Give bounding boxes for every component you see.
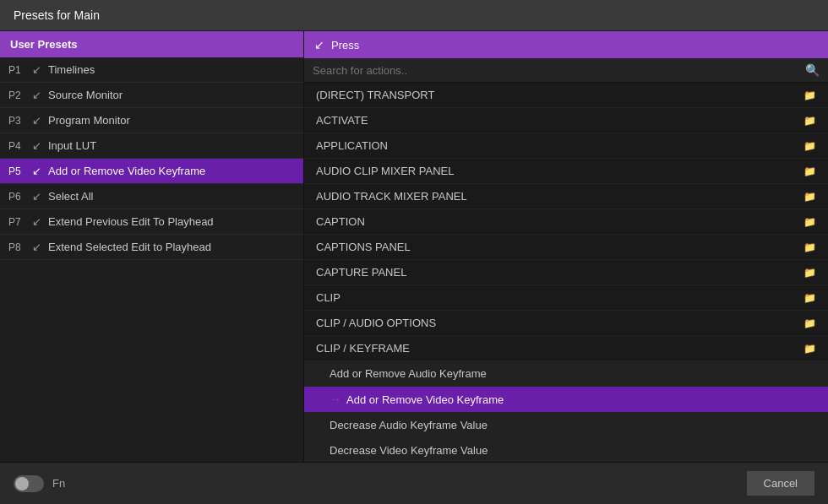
preset-icon: ↙: [32, 165, 41, 177]
action-label: CAPTIONS PANEL: [316, 241, 411, 253]
preset-icon: ↙: [32, 114, 41, 127]
action-label: Add or Remove Audio Keyframe: [330, 367, 487, 380]
folder-icon: 📁: [803, 267, 816, 279]
presets-list: P1 ↙ Timelines P2 ↙ Source Monitor P3 ↙ …: [0, 57, 303, 260]
action-label: Decrease Video Keyframe Value: [330, 444, 488, 457]
preset-label: Input LUT: [48, 139, 96, 152]
preset-row[interactable]: P3 ↙ Program Monitor: [0, 108, 303, 133]
right-panel: ↙ Press 🔍 (DIRECT) TRANSPORT 📁 ACTIVATE …: [304, 31, 828, 462]
preset-key: P1: [8, 64, 32, 76]
folder-icon: 📁: [803, 165, 816, 177]
action-label: CAPTURE PANEL: [316, 266, 406, 279]
preset-label: Add or Remove Video Keyframe: [48, 165, 205, 177]
cancel-button[interactable]: Cancel: [747, 471, 814, 496]
folder-icon: 📁: [803, 317, 816, 329]
folder-icon: 📁: [803, 216, 816, 228]
dialog-body: User Presets P1 ↙ Timelines P2 ↙ Source …: [0, 31, 828, 462]
action-label: CAPTION: [316, 215, 365, 228]
preset-label: Source Monitor: [48, 89, 123, 101]
action-row[interactable]: CAPTIONS PANEL 📁: [304, 235, 828, 260]
preset-icon: ↙: [32, 139, 41, 152]
preset-key: P3: [8, 115, 32, 127]
left-panel-header: User Presets: [0, 31, 303, 57]
preset-label: Select All: [48, 190, 93, 203]
action-label: CLIP / KEYFRAME: [316, 342, 410, 355]
folder-icon: 📁: [803, 292, 816, 304]
action-label: Add or Remove Video Keyframe: [346, 393, 504, 406]
action-row[interactable]: APPLICATION 📁: [304, 133, 828, 159]
search-bar: 🔍: [304, 58, 828, 83]
preset-icon: ↙: [32, 215, 41, 228]
folder-icon: 📁: [803, 89, 816, 101]
action-label: CLIP / AUDIO OPTIONS: [316, 317, 436, 329]
toggle-knob: [15, 477, 29, 490]
action-row[interactable]: Add or Remove Audio Keyframe: [304, 361, 828, 387]
preset-row[interactable]: P4 ↙ Input LUT: [0, 133, 303, 159]
action-row[interactable]: CLIP 📁: [304, 285, 828, 311]
preset-key: P2: [8, 89, 32, 101]
action-row[interactable]: CLIP / AUDIO OPTIONS 📁: [304, 311, 828, 336]
actions-list: (DIRECT) TRANSPORT 📁 ACTIVATE 📁 APPLICAT…: [304, 83, 828, 462]
preset-key: P5: [8, 165, 32, 177]
preset-label: Extend Selected Edit to Playhead: [48, 241, 211, 253]
preset-key: P4: [8, 140, 32, 152]
fn-label: Fn: [52, 477, 65, 490]
action-label: Decrease Audio Keyframe Value: [330, 419, 488, 431]
action-label: CLIP: [316, 291, 340, 304]
preset-row[interactable]: P2 ↙ Source Monitor: [0, 83, 303, 108]
action-row[interactable]: CLIP / KEYFRAME 📁: [304, 336, 828, 361]
folder-icon: 📁: [803, 343, 816, 355]
press-icon: ↙: [314, 38, 324, 51]
action-label: (DIRECT) TRANSPORT: [316, 89, 434, 101]
preset-key: P8: [8, 241, 32, 253]
press-label: Press: [331, 39, 359, 51]
bottom-bar: Fn Cancel: [0, 462, 828, 504]
fn-area: Fn: [14, 475, 65, 492]
folder-icon: 📁: [803, 191, 816, 203]
preset-row[interactable]: P8 ↙ Extend Selected Edit to Playhead: [0, 235, 303, 260]
preset-key: P6: [8, 191, 32, 203]
preset-key: P7: [8, 216, 32, 228]
action-row[interactable]: Decrease Audio Keyframe Value: [304, 413, 828, 438]
action-row[interactable]: Decrease Video Keyframe Value: [304, 438, 828, 462]
actions-container: (DIRECT) TRANSPORT 📁 ACTIVATE 📁 APPLICAT…: [304, 83, 828, 462]
preset-row[interactable]: P6 ↙ Select All: [0, 184, 303, 209]
preset-icon: ↙: [32, 241, 41, 253]
preset-row[interactable]: P1 ↙ Timelines: [0, 57, 303, 83]
preset-row[interactable]: P5 ↙ Add or Remove Video Keyframe: [0, 159, 303, 184]
action-row[interactable]: → Add or Remove Video Keyframe: [304, 387, 828, 413]
folder-icon: 📁: [803, 140, 816, 152]
preset-label: Extend Previous Edit To Playhead: [48, 215, 214, 228]
action-label: ACTIVATE: [316, 114, 368, 127]
preset-label: Timelines: [48, 63, 95, 76]
fn-toggle[interactable]: [14, 475, 44, 492]
action-row[interactable]: (DIRECT) TRANSPORT 📁: [304, 83, 828, 108]
dialog-container: Presets for Main User Presets P1 ↙ Timel…: [0, 0, 828, 504]
left-panel: User Presets P1 ↙ Timelines P2 ↙ Source …: [0, 31, 304, 462]
folder-icon: 📁: [803, 115, 816, 127]
action-row[interactable]: AUDIO CLIP MIXER PANEL 📁: [304, 159, 828, 184]
search-icon: 🔍: [805, 63, 820, 77]
preset-icon: ↙: [32, 190, 41, 203]
folder-icon: 📁: [803, 241, 816, 253]
action-row[interactable]: AUDIO TRACK MIXER PANEL 📁: [304, 184, 828, 209]
action-row[interactable]: ACTIVATE 📁: [304, 108, 828, 133]
preset-icon: ↙: [32, 89, 41, 101]
dialog-title: Presets for Main: [0, 0, 828, 31]
selected-arrow-icon: →: [330, 393, 341, 406]
action-label: AUDIO CLIP MIXER PANEL: [316, 165, 455, 177]
preset-row[interactable]: P7 ↙ Extend Previous Edit To Playhead: [0, 209, 303, 235]
preset-label: Program Monitor: [48, 114, 130, 127]
search-input[interactable]: [313, 64, 805, 77]
action-row[interactable]: CAPTION 📁: [304, 209, 828, 235]
action-label: AUDIO TRACK MIXER PANEL: [316, 190, 467, 203]
action-row[interactable]: CAPTURE PANEL 📁: [304, 260, 828, 285]
action-label: APPLICATION: [316, 139, 388, 152]
right-panel-header: ↙ Press: [304, 31, 828, 58]
preset-icon: ↙: [32, 63, 41, 76]
